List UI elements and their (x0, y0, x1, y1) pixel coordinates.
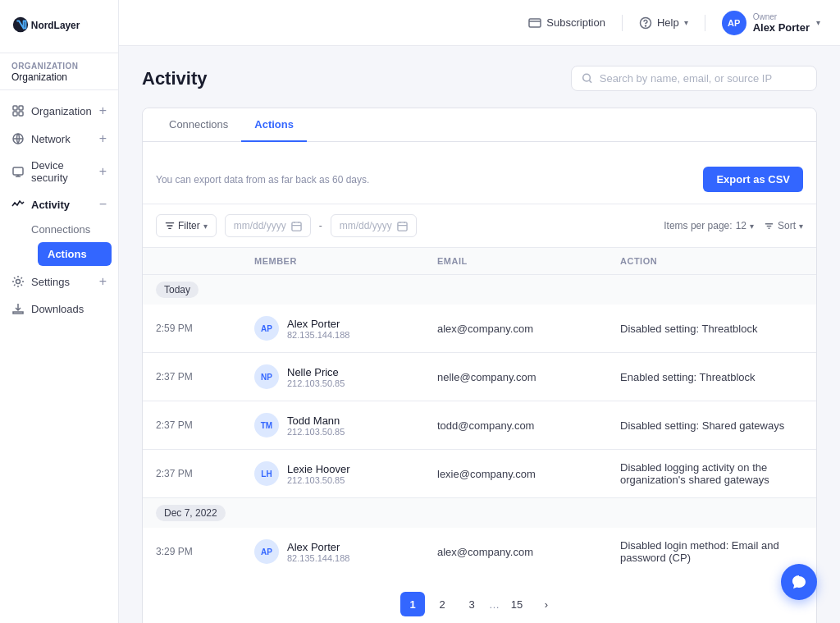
page-3-button[interactable]: 3 (459, 592, 484, 616)
member-cell: TM Todd Mann 212.103.50.85 (254, 413, 437, 437)
help-button[interactable]: Help ▾ (639, 16, 688, 30)
export-bar: You can export data from as far back as … (143, 155, 816, 204)
sidebar-org-label: Organization (31, 105, 92, 117)
sidebar-activity-label: Activity (31, 199, 70, 211)
network-add-icon[interactable]: + (99, 131, 107, 146)
sidebar-item-device-security[interactable]: Device security + (0, 153, 118, 190)
page-2-button[interactable]: 2 (430, 592, 454, 616)
date-from-input[interactable]: mm/dd/yyyy (225, 214, 311, 237)
action-col-header: ACTION (620, 256, 803, 266)
activity-collapse-icon[interactable]: − (99, 197, 107, 212)
search-icon (582, 72, 593, 85)
member-cell: LH Lexie Hoover 212.103.50.85 (254, 461, 437, 486)
sidebar-item-settings[interactable]: Settings + (0, 268, 118, 295)
export-hint: You can export data from as far back as … (156, 174, 369, 186)
sidebar-device-label: Device security (31, 159, 99, 184)
action-cell: Disabled login method: Email and passwor… (620, 539, 803, 564)
chat-icon (791, 574, 807, 590)
subscription-link[interactable]: Subscription (528, 16, 605, 30)
member-ip: 82.135.144.188 (287, 330, 349, 340)
svg-rect-7 (13, 167, 23, 175)
help-chevron-icon: ▾ (684, 18, 688, 27)
avatar: TM (254, 413, 279, 437)
items-per-page-chevron-icon: ▾ (750, 222, 754, 231)
svg-rect-4 (13, 112, 17, 116)
settings-icon (11, 275, 25, 288)
activity-card: Connections Actions You can export data … (142, 108, 817, 623)
topbar-divider-1 (622, 15, 623, 31)
svg-rect-9 (529, 19, 541, 27)
sidebar-item-organization[interactable]: Organization + (0, 97, 118, 125)
avatar: NP (254, 364, 279, 389)
table-row: 3:29 PM AP Alex Porter 82.135.144.188 al… (143, 528, 816, 575)
member-cell: NP Nelle Price 212.103.50.85 (254, 364, 437, 389)
avatar: AP (254, 316, 279, 341)
svg-rect-2 (13, 106, 17, 110)
avatar: LH (254, 461, 279, 486)
member-name: Lexie Hoover (287, 463, 350, 475)
topbar: Subscription Help ▾ AP Owner Alex Porter… (119, 0, 840, 46)
member-cell: AP Alex Porter 82.135.144.188 (254, 539, 437, 564)
time-col-header (156, 256, 254, 266)
search-box (571, 66, 817, 91)
org-add-icon[interactable]: + (99, 103, 107, 118)
filter-button[interactable]: Filter ▾ (156, 214, 217, 237)
sort-icon (764, 221, 774, 231)
svg-rect-13 (292, 222, 301, 230)
table-header: MEMBER EMAIL ACTION (143, 248, 816, 275)
nordlayer-logo: NordLayer (11, 13, 102, 36)
member-name: Alex Porter (287, 541, 349, 553)
tab-actions[interactable]: Actions (241, 108, 307, 142)
user-menu-chevron-icon: ▾ (816, 18, 820, 27)
activity-icon (11, 198, 25, 211)
main-content: Subscription Help ▾ AP Owner Alex Porter… (119, 0, 840, 623)
svg-rect-5 (19, 112, 23, 116)
sidebar-sub-connections[interactable]: Connections (31, 218, 118, 240)
time-cell: 2:37 PM (156, 419, 254, 431)
sidebar-item-activity[interactable]: Activity − (0, 190, 118, 218)
email-col-header: EMAIL (437, 256, 620, 266)
settings-add-icon[interactable]: + (99, 274, 107, 289)
page-dots: … (489, 598, 500, 611)
email-cell: alex@company.com (437, 546, 620, 558)
page-header: Activity (142, 66, 817, 91)
sort-button[interactable]: Sort ▾ (764, 220, 803, 231)
owner-label: Owner (753, 12, 810, 21)
sidebar-settings-label: Settings (31, 276, 70, 288)
filter-chevron-icon: ▾ (203, 222, 208, 231)
avatar: AP (254, 539, 279, 564)
org-icon (11, 104, 25, 117)
time-cell: 2:37 PM (156, 468, 254, 479)
svg-rect-14 (398, 222, 407, 230)
page-1-button[interactable]: 1 (400, 592, 425, 616)
action-cell: Disabled setting: Shared gateways (620, 419, 803, 432)
member-col-header: MEMBER (254, 256, 437, 266)
chat-bubble-button[interactable] (781, 564, 817, 600)
sidebar-item-downloads[interactable]: Downloads (0, 295, 118, 322)
table-row: 2:59 PM AP Alex Porter 82.135.144.188 al… (143, 305, 816, 353)
member-name: Todd Mann (287, 415, 345, 427)
date-badge: Dec 7, 2022 (156, 505, 226, 521)
sidebar-downloads-label: Downloads (31, 303, 84, 315)
tab-connections[interactable]: Connections (156, 108, 241, 142)
sidebar-item-network[interactable]: Network + (0, 125, 118, 153)
sidebar-sub-actions[interactable]: Actions (38, 242, 112, 266)
table-row: 2:37 PM TM Todd Mann 212.103.50.85 todd@… (143, 401, 816, 450)
org-label: Organization (11, 62, 107, 71)
search-input[interactable] (600, 72, 806, 85)
date-group-Dec7,2022: Dec 7, 2022 (143, 498, 816, 528)
action-cell: Disabled logging activity on the organiz… (620, 461, 803, 486)
export-csv-button[interactable]: Export as CSV (703, 167, 803, 192)
device-add-icon[interactable]: + (99, 164, 107, 179)
page-next-button[interactable]: › (534, 592, 559, 616)
svg-point-12 (583, 74, 591, 81)
help-icon (639, 16, 652, 30)
date-to-input[interactable]: mm/dd/yyyy (331, 214, 417, 237)
topbar-divider-2 (705, 15, 705, 31)
svg-rect-3 (19, 106, 23, 110)
items-per-page[interactable]: Items per page: 12 ▾ (664, 220, 754, 231)
page-content: Activity Connections Actions You can exp… (119, 46, 840, 623)
page-15-button[interactable]: 15 (504, 592, 529, 616)
user-avatar: AP (722, 11, 746, 35)
user-menu[interactable]: AP Owner Alex Porter ▾ (722, 11, 820, 35)
